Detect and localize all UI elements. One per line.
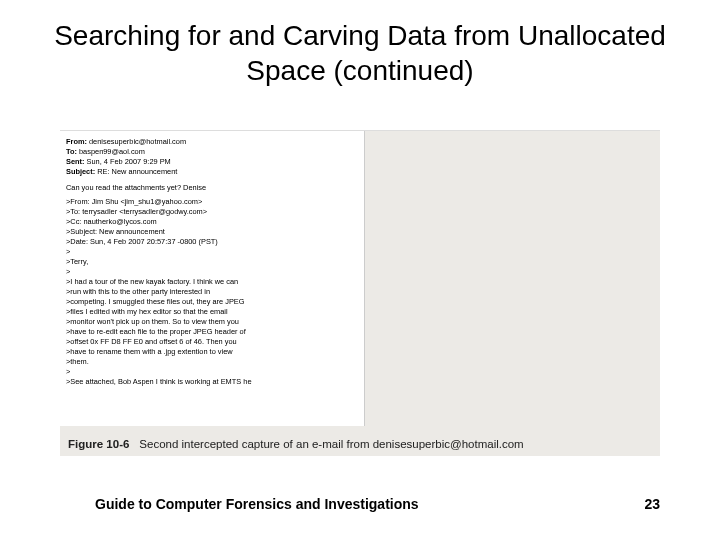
page-number: 23 [644, 496, 660, 512]
quoted-line: >monitor won't pick up on them. So to vi… [66, 317, 358, 327]
quoted-line: >Terry, [66, 257, 358, 267]
quoted-line: >files I edited with my hex editor so th… [66, 307, 358, 317]
quoted-line: >them. [66, 357, 358, 367]
quoted-line: >I had a tour of the new kayak factory. … [66, 277, 358, 287]
figure-caption: Figure 10-6Second intercepted capture of… [68, 438, 652, 450]
quoted-line: >See attached, Bob Aspen I think is work… [66, 377, 358, 387]
quoted-line: >To: terrysadler <terrysadler@godwy.com> [66, 207, 358, 217]
slide: Searching for and Carving Data from Unal… [0, 0, 720, 540]
quoted-line: > [66, 367, 358, 377]
email-capture: From: denisesuperbic@hotmail.com To: bas… [60, 131, 365, 426]
email-body: Can you read the attachments yet? Denise [66, 183, 358, 193]
email-sent: Sent: Sun, 4 Feb 2007 9:29 PM [66, 157, 358, 167]
quoted-line: >From: Jim Shu <jim_shu1@yahoo.com> [66, 197, 358, 207]
email-quoted: >From: Jim Shu <jim_shu1@yahoo.com>>To: … [66, 197, 358, 387]
quoted-line: >competing. I smuggled these files out, … [66, 297, 358, 307]
quoted-line: >offset 0x FF D8 FF E0 and offset 6 of 4… [66, 337, 358, 347]
quoted-line: >Cc: nautherko@lycos.com [66, 217, 358, 227]
email-subject: Subject: RE: New announcement [66, 167, 358, 177]
figure-number: Figure 10-6 [68, 438, 129, 450]
quoted-line: >Date: Sun, 4 Feb 2007 20:57:37 -0800 (P… [66, 237, 358, 247]
slide-title: Searching for and Carving Data from Unal… [0, 18, 720, 88]
figure-area: From: denisesuperbic@hotmail.com To: bas… [60, 130, 660, 456]
quoted-line: > [66, 267, 358, 277]
figure-caption-text: Second intercepted capture of an e-mail … [139, 438, 523, 450]
quoted-line: >run with this to the other party intere… [66, 287, 358, 297]
quoted-line: >have to re-edit each file to the proper… [66, 327, 358, 337]
footer-text: Guide to Computer Forensics and Investig… [95, 496, 419, 512]
quoted-line: >Subject: New announcement [66, 227, 358, 237]
email-to: To: baspen99@aol.com [66, 147, 358, 157]
email-from: From: denisesuperbic@hotmail.com [66, 137, 358, 147]
quoted-line: >have to rename them with a .jpg extenti… [66, 347, 358, 357]
quoted-line: > [66, 247, 358, 257]
